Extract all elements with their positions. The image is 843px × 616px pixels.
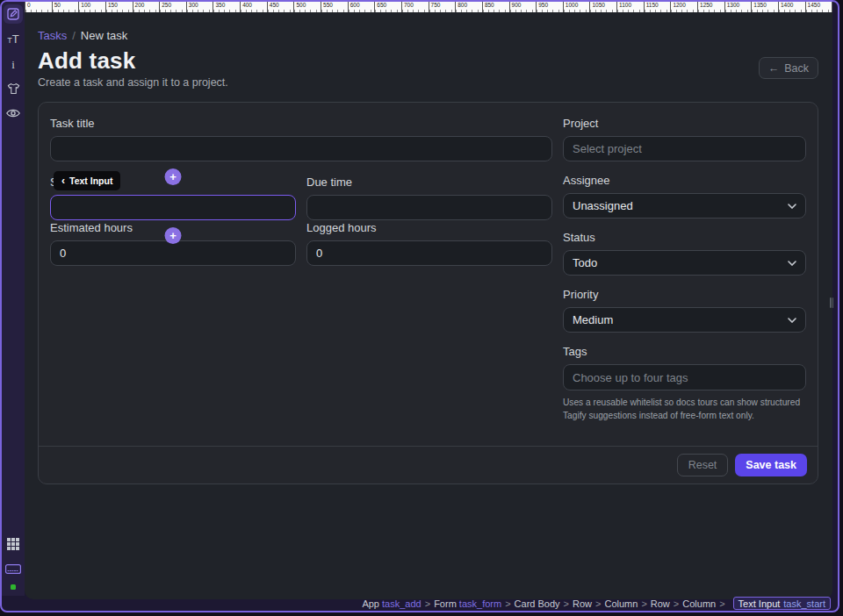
edit-mode-button[interactable] bbox=[4, 4, 23, 24]
ruler-tick-label: 1000 bbox=[563, 2, 590, 12]
tags-help-text: Uses a reusable whitelist so docs tours … bbox=[563, 396, 806, 422]
canvas-resize-handle[interactable] bbox=[829, 296, 834, 310]
chevron-down-icon bbox=[788, 318, 796, 323]
ruler-tick-label: 750 bbox=[429, 2, 456, 12]
status-value: Todo bbox=[573, 256, 597, 269]
logged-hours-field: Logged hours bbox=[306, 221, 552, 266]
grid-icon bbox=[7, 538, 19, 550]
tags-label: Tags bbox=[563, 345, 806, 359]
path-separator: > bbox=[564, 598, 569, 609]
logged-hours-input[interactable] bbox=[306, 240, 552, 266]
path-form[interactable]: Form bbox=[434, 598, 457, 609]
ruler-tick-label: 250 bbox=[159, 2, 186, 12]
due-time-field: Due time bbox=[306, 175, 552, 220]
estimated-hours-input[interactable] bbox=[50, 240, 296, 266]
eye-icon bbox=[6, 108, 20, 118]
ruler-tick-label: 1450 bbox=[805, 2, 832, 12]
ruler-tick-label: 1300 bbox=[724, 2, 752, 12]
tags-field: Tags Uses a reusable whitelist so docs t… bbox=[563, 345, 806, 422]
ruler-tick-label: 600 bbox=[348, 2, 375, 12]
ruler-tick-label: 1500 bbox=[832, 2, 832, 12]
ruler-tick-label: 650 bbox=[374, 2, 401, 12]
path-separator: > bbox=[641, 598, 646, 609]
info-button[interactable]: i bbox=[4, 55, 23, 73]
reset-button[interactable]: Reset bbox=[677, 454, 729, 476]
selected-component-chip[interactable]: Text Input task_start bbox=[733, 597, 831, 610]
start-time-input[interactable] bbox=[50, 195, 296, 220]
breadcrumb-current: New task bbox=[81, 29, 127, 42]
typography-button[interactable]: TT bbox=[4, 31, 23, 48]
builder-sidebar: TT i bbox=[2, 2, 25, 596]
path-card-body[interactable]: Card Body bbox=[515, 598, 560, 609]
due-time-label: Due time bbox=[306, 175, 552, 190]
app-builder-window: TT i bbox=[0, 0, 839, 612]
path-app-id[interactable]: task_add bbox=[382, 598, 422, 609]
path-row[interactable]: Row bbox=[573, 598, 592, 609]
path-column[interactable]: Column bbox=[682, 598, 716, 609]
ruler-tick-label: 550 bbox=[321, 2, 348, 12]
shirt-icon bbox=[7, 82, 20, 95]
status-label: Status bbox=[563, 231, 806, 245]
priority-label: Priority bbox=[563, 288, 806, 302]
assignee-select[interactable]: Unassigned bbox=[563, 193, 806, 218]
project-input[interactable] bbox=[563, 136, 806, 161]
ruler-tick-label: 100 bbox=[78, 2, 105, 12]
path-column[interactable]: Column bbox=[604, 598, 638, 609]
apps-grid-button[interactable] bbox=[4, 535, 23, 553]
ruler-tick-label: 200 bbox=[133, 2, 160, 12]
status-field: Status Todo bbox=[563, 231, 806, 276]
form-left-column: Task title Start time ‹ Text Input + bbox=[50, 117, 552, 434]
ruler-tick-label: 1400 bbox=[778, 2, 805, 12]
ruler-tick-label: 500 bbox=[293, 2, 321, 12]
path-separator: > bbox=[674, 598, 679, 609]
back-button-label: Back bbox=[784, 62, 809, 75]
ruler-tick-label: 50 bbox=[52, 2, 79, 12]
assignee-value: Unassigned bbox=[573, 199, 633, 212]
canvas-ruler: 0501001502002503003504004505005506006507… bbox=[25, 2, 832, 12]
add-component-below-button[interactable]: + bbox=[165, 227, 182, 244]
ruler-tick-label: 1150 bbox=[644, 2, 671, 12]
ruler-tick-label: 450 bbox=[267, 2, 294, 12]
ruler-tick-label: 300 bbox=[186, 2, 213, 12]
priority-select[interactable]: Medium bbox=[563, 307, 806, 333]
path-separator: > bbox=[425, 598, 430, 609]
tags-input[interactable] bbox=[563, 364, 806, 390]
path-row[interactable]: Row bbox=[651, 598, 670, 609]
path-form-id[interactable]: task_form bbox=[459, 598, 501, 609]
command-bar-icon bbox=[5, 564, 21, 574]
ruler-tick-label: 800 bbox=[455, 2, 482, 12]
info-icon: i bbox=[11, 59, 15, 70]
command-bar-button[interactable] bbox=[4, 560, 23, 577]
start-time-field: Start time ‹ Text Input + + bbox=[50, 175, 296, 220]
task-title-input[interactable] bbox=[50, 136, 552, 161]
ruler-tick-label: 1250 bbox=[697, 2, 724, 12]
selected-component-type: Text Input bbox=[739, 598, 781, 609]
due-time-input[interactable] bbox=[306, 195, 552, 220]
ruler-tick-label: 700 bbox=[401, 2, 429, 12]
ruler-tick-label: 900 bbox=[509, 2, 537, 12]
sidebar-top-group: TT i bbox=[2, 4, 25, 122]
card-body: Task title Start time ‹ Text Input + bbox=[39, 103, 818, 434]
path-separator: > bbox=[719, 598, 724, 609]
sidebar-bottom-group bbox=[2, 535, 25, 590]
breadcrumb: Tasks/New task bbox=[38, 29, 127, 42]
priority-value: Medium bbox=[573, 313, 613, 326]
path-app: App bbox=[362, 598, 379, 609]
path-separator: > bbox=[505, 598, 510, 609]
ruler-tick-label: 350 bbox=[213, 2, 240, 12]
ruler-tick-label: 950 bbox=[536, 2, 563, 12]
ruler-tick-label: 400 bbox=[240, 2, 267, 12]
chevron-down-icon bbox=[788, 204, 796, 209]
breadcrumb-tasks-link[interactable]: Tasks bbox=[38, 29, 67, 42]
ruler-tick-label: 1200 bbox=[670, 2, 697, 12]
save-task-button[interactable]: Save task bbox=[735, 454, 807, 476]
back-button[interactable]: ← Back bbox=[759, 57, 818, 79]
form-right-column: Project Assignee Unassigned St bbox=[563, 117, 806, 434]
add-component-above-button[interactable]: + bbox=[165, 168, 182, 185]
theme-button[interactable] bbox=[4, 80, 23, 97]
preview-button[interactable] bbox=[4, 104, 23, 122]
breadcrumb-separator: / bbox=[72, 29, 76, 42]
ruler-tick-label: 150 bbox=[105, 2, 133, 12]
status-select[interactable]: Todo bbox=[563, 250, 806, 276]
task-form-card: Task title Start time ‹ Text Input + bbox=[38, 102, 818, 484]
